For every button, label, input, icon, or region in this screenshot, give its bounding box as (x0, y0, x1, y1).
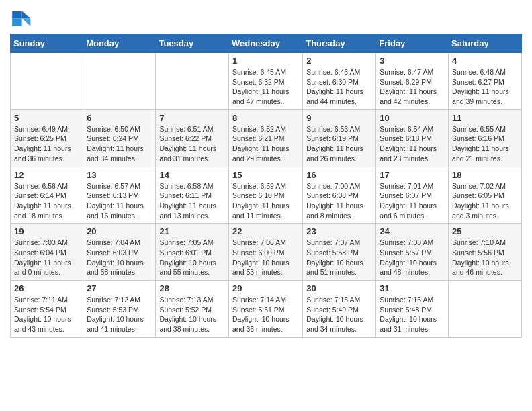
calendar-cell: 10Sunrise: 6:54 AM Sunset: 6:18 PM Dayli… (376, 109, 449, 167)
calendar-cell: 18Sunrise: 7:02 AM Sunset: 6:05 PM Dayli… (449, 167, 522, 224)
day-number: 15 (232, 170, 299, 180)
svg-rect-3 (12, 19, 21, 26)
day-number: 22 (232, 226, 299, 236)
logo (10, 7, 34, 28)
day-info: Sunrise: 6:45 AM Sunset: 6:32 PM Dayligh… (232, 67, 299, 107)
calendar-cell: 14Sunrise: 6:58 AM Sunset: 6:11 PM Dayli… (156, 167, 229, 224)
calendar-cell (156, 53, 229, 110)
day-number: 12 (14, 170, 79, 180)
day-number: 2 (306, 56, 372, 66)
day-info: Sunrise: 7:12 AM Sunset: 5:53 PM Dayligh… (87, 295, 152, 334)
calendar-cell: 7Sunrise: 6:51 AM Sunset: 6:22 PM Daylig… (156, 109, 229, 167)
day-number: 16 (306, 170, 372, 180)
day-info: Sunrise: 6:55 AM Sunset: 6:16 PM Dayligh… (452, 124, 518, 164)
day-number: 26 (14, 283, 79, 293)
calendar-cell: 5Sunrise: 6:49 AM Sunset: 6:25 PM Daylig… (11, 109, 83, 167)
weekday-header-friday: Friday (376, 34, 449, 53)
day-info: Sunrise: 7:13 AM Sunset: 5:52 PM Dayligh… (159, 295, 225, 334)
day-number: 21 (159, 226, 225, 236)
calendar-cell: 4Sunrise: 6:48 AM Sunset: 6:27 PM Daylig… (449, 53, 522, 110)
day-info: Sunrise: 6:54 AM Sunset: 6:18 PM Dayligh… (380, 124, 445, 164)
weekday-header-row: SundayMondayTuesdayWednesdayThursdayFrid… (11, 34, 522, 53)
svg-rect-2 (12, 11, 21, 18)
day-info: Sunrise: 6:59 AM Sunset: 6:10 PM Dayligh… (232, 181, 299, 221)
calendar-cell: 28Sunrise: 7:13 AM Sunset: 5:52 PM Dayli… (156, 281, 229, 338)
day-info: Sunrise: 7:14 AM Sunset: 5:51 PM Dayligh… (232, 295, 299, 334)
day-info: Sunrise: 7:07 AM Sunset: 5:58 PM Dayligh… (306, 238, 372, 277)
day-info: Sunrise: 6:58 AM Sunset: 6:11 PM Dayligh… (159, 181, 225, 221)
calendar-cell: 16Sunrise: 7:00 AM Sunset: 6:08 PM Dayli… (303, 167, 376, 224)
day-number: 28 (159, 283, 225, 293)
week-row-0: 1Sunrise: 6:45 AM Sunset: 6:32 PM Daylig… (11, 53, 522, 110)
day-number: 25 (452, 226, 518, 236)
calendar-cell: 17Sunrise: 7:01 AM Sunset: 6:07 PM Dayli… (376, 167, 449, 224)
day-number: 27 (87, 283, 152, 293)
calendar-cell: 21Sunrise: 7:05 AM Sunset: 6:01 PM Dayli… (156, 224, 229, 281)
calendar-cell: 24Sunrise: 7:08 AM Sunset: 5:57 PM Dayli… (376, 224, 449, 281)
page: SundayMondayTuesdayWednesdayThursdayFrid… (0, 0, 532, 348)
day-info: Sunrise: 6:49 AM Sunset: 6:25 PM Dayligh… (14, 124, 79, 164)
calendar-cell: 27Sunrise: 7:12 AM Sunset: 5:53 PM Dayli… (83, 281, 156, 338)
day-number: 11 (452, 113, 518, 123)
calendar-cell: 13Sunrise: 6:57 AM Sunset: 6:13 PM Dayli… (83, 167, 156, 224)
day-info: Sunrise: 6:51 AM Sunset: 6:22 PM Dayligh… (159, 124, 225, 164)
day-info: Sunrise: 7:10 AM Sunset: 5:56 PM Dayligh… (452, 238, 518, 277)
weekday-header-monday: Monday (83, 34, 156, 53)
calendar-cell: 20Sunrise: 7:04 AM Sunset: 6:03 PM Dayli… (83, 224, 156, 281)
calendar-cell: 2Sunrise: 6:46 AM Sunset: 6:30 PM Daylig… (303, 53, 376, 110)
day-number: 24 (380, 226, 445, 236)
day-info: Sunrise: 7:05 AM Sunset: 6:01 PM Dayligh… (159, 238, 225, 277)
calendar-cell: 1Sunrise: 6:45 AM Sunset: 6:32 PM Daylig… (228, 53, 302, 110)
day-number: 18 (452, 170, 518, 180)
week-row-4: 26Sunrise: 7:11 AM Sunset: 5:54 PM Dayli… (11, 281, 522, 338)
day-info: Sunrise: 7:01 AM Sunset: 6:07 PM Dayligh… (380, 181, 445, 221)
day-number: 31 (380, 283, 445, 293)
week-row-3: 19Sunrise: 7:03 AM Sunset: 6:04 PM Dayli… (11, 224, 522, 281)
day-number: 4 (452, 56, 518, 66)
day-info: Sunrise: 7:16 AM Sunset: 5:48 PM Dayligh… (380, 295, 445, 334)
calendar-cell (11, 53, 83, 110)
day-number: 5 (14, 113, 79, 123)
day-info: Sunrise: 7:15 AM Sunset: 5:49 PM Dayligh… (306, 295, 372, 334)
weekday-header-thursday: Thursday (303, 34, 376, 53)
day-info: Sunrise: 7:06 AM Sunset: 6:00 PM Dayligh… (232, 238, 299, 277)
svg-marker-0 (22, 11, 31, 18)
header (10, 7, 522, 28)
day-number: 1 (232, 56, 299, 66)
calendar-cell: 30Sunrise: 7:15 AM Sunset: 5:49 PM Dayli… (303, 281, 376, 338)
day-info: Sunrise: 6:48 AM Sunset: 6:27 PM Dayligh… (452, 67, 518, 107)
day-info: Sunrise: 7:00 AM Sunset: 6:08 PM Dayligh… (306, 181, 372, 221)
day-number: 17 (380, 170, 445, 180)
day-number: 13 (87, 170, 152, 180)
day-number: 20 (87, 226, 152, 236)
week-row-2: 12Sunrise: 6:56 AM Sunset: 6:14 PM Dayli… (11, 167, 522, 224)
calendar-cell: 3Sunrise: 6:47 AM Sunset: 6:29 PM Daylig… (376, 53, 449, 110)
day-info: Sunrise: 7:03 AM Sunset: 6:04 PM Dayligh… (14, 238, 79, 277)
calendar-cell: 22Sunrise: 7:06 AM Sunset: 6:00 PM Dayli… (228, 224, 302, 281)
weekday-header-sunday: Sunday (11, 34, 83, 53)
calendar-cell: 12Sunrise: 6:56 AM Sunset: 6:14 PM Dayli… (11, 167, 83, 224)
calendar-cell: 29Sunrise: 7:14 AM Sunset: 5:51 PM Dayli… (228, 281, 302, 338)
day-info: Sunrise: 6:56 AM Sunset: 6:14 PM Dayligh… (14, 181, 79, 221)
day-number: 3 (380, 56, 445, 66)
day-info: Sunrise: 7:08 AM Sunset: 5:57 PM Dayligh… (380, 238, 445, 277)
calendar-cell: 23Sunrise: 7:07 AM Sunset: 5:58 PM Dayli… (303, 224, 376, 281)
day-number: 19 (14, 226, 79, 236)
day-number: 8 (232, 113, 299, 123)
day-number: 9 (306, 113, 372, 123)
day-info: Sunrise: 6:57 AM Sunset: 6:13 PM Dayligh… (87, 181, 152, 221)
day-info: Sunrise: 6:52 AM Sunset: 6:21 PM Dayligh… (232, 124, 299, 164)
svg-marker-1 (22, 19, 31, 26)
calendar-cell (83, 53, 156, 110)
day-number: 30 (306, 283, 372, 293)
calendar-cell: 9Sunrise: 6:53 AM Sunset: 6:19 PM Daylig… (303, 109, 376, 167)
calendar-table: SundayMondayTuesdayWednesdayThursdayFrid… (10, 34, 522, 338)
day-info: Sunrise: 6:50 AM Sunset: 6:24 PM Dayligh… (87, 124, 152, 164)
day-info: Sunrise: 6:46 AM Sunset: 6:30 PM Dayligh… (306, 67, 372, 107)
weekday-header-tuesday: Tuesday (156, 34, 229, 53)
calendar-cell: 8Sunrise: 6:52 AM Sunset: 6:21 PM Daylig… (228, 109, 302, 167)
day-number: 10 (380, 113, 445, 123)
calendar-cell: 6Sunrise: 6:50 AM Sunset: 6:24 PM Daylig… (83, 109, 156, 167)
calendar-cell: 15Sunrise: 6:59 AM Sunset: 6:10 PM Dayli… (228, 167, 302, 224)
calendar-cell (449, 281, 522, 338)
